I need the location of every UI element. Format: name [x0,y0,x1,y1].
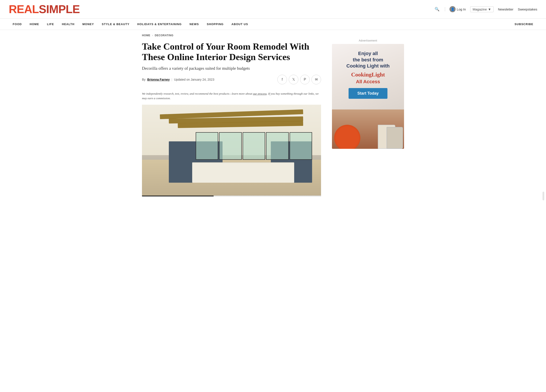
article-date: Updated on January 24, 2023 [174,78,214,81]
nav-item-life[interactable]: LIFE [43,19,58,30]
divider [445,7,445,11]
ad-label: Advertisement [332,39,404,42]
byline-left: By Brionna Farney | Updated on January 2… [142,78,214,81]
advertisement-box: Enjoy allthe best fromCooking Light with… [332,44,404,149]
magazine-label: Magazine [473,7,487,11]
search-icon: 🔍 [435,7,439,12]
ad-cta-button[interactable]: Start Today [349,88,387,99]
nav-item-holidays[interactable]: HOLIDAYS & ENTERTAINING [133,19,186,30]
article-sidebar: Advertisement Enjoy allthe best fromCook… [332,39,404,149]
newsletter-button[interactable]: Newsletter [498,7,514,11]
breadcrumb-separator: › [152,34,153,37]
article-title: Take Control of Your Room Remodel With T… [142,41,321,63]
article-main: Take Control of Your Room Remodel With T… [142,39,321,201]
nav-item-food[interactable]: FOOD [9,19,26,30]
article-subtitle: Decorilla offers a variety of packages s… [142,66,321,71]
nav-item-about-us[interactable]: ABOUT US [228,19,252,30]
login-button[interactable]: 👤 Log In [449,6,466,12]
ad-brand-sub: All Access [356,79,380,85]
breadcrumb-current: DECORATING [155,34,173,37]
top-right-controls: 🔍 👤 Log In Magazine ▼ Newsletter Sweepst… [434,6,537,13]
breadcrumb: HOME › DECORATING [142,30,404,39]
search-button[interactable]: 🔍 [434,6,441,13]
breadcrumb-home[interactable]: HOME [142,34,150,37]
article-image [142,105,321,196]
nav-item-news[interactable]: NEWS [186,19,203,30]
pinterest-icon: P [304,78,306,81]
login-label: Log In [457,7,466,11]
ad-book2-decoration [387,127,403,149]
nav-item-money[interactable]: MONEY [78,19,98,30]
pinterest-share-button[interactable]: P [300,75,310,84]
social-share-buttons: f 𝕏 P ✉ [277,75,321,84]
email-icon: ✉ [315,77,318,81]
facebook-share-button[interactable]: f [277,75,287,84]
article-disclaimer: We independently research, test, review,… [142,91,321,101]
logo-simple: SIMPLE [39,3,80,16]
byline-by: By [142,78,145,81]
ad-bottom-image [332,110,404,149]
article-hero-image [142,105,321,196]
top-bar: REALSIMPLE 🔍 👤 Log In Magazine ▼ Newslet… [0,0,546,19]
site-logo[interactable]: REALSIMPLE [9,3,80,16]
main-content: HOME › DECORATING Take Control of Your R… [0,30,546,201]
ad-headline: Enjoy allthe best fromCooking Light with [346,51,390,69]
byline-pipe: | [171,78,172,81]
image-progress-bar [142,196,321,196]
newsletter-label: Newsletter [498,7,514,11]
subscribe-button[interactable]: SUBSCRIBE [511,19,537,30]
sweepstakes-label: Sweepstakes [518,7,537,11]
ad-plate-decoration [334,125,360,149]
author-link[interactable]: Brionna Farney [147,78,170,81]
sweepstakes-button[interactable]: Sweepstakes [518,7,537,11]
main-nav: FOOD HOME LIFE HEALTH MONEY STYLE & BEAU… [0,19,546,30]
magazine-button[interactable]: Magazine ▼ [470,6,494,12]
logo-real: REAL [9,3,39,16]
scrollbar[interactable] [542,192,544,200]
nav-item-health[interactable]: HEALTH [58,19,78,30]
disclaimer-link[interactable]: our process [253,92,267,95]
email-share-button[interactable]: ✉ [312,75,321,84]
twitter-icon: 𝕏 [292,77,295,81]
byline-row: By Brionna Farney | Updated on January 2… [142,75,321,87]
facebook-icon: f [282,78,283,81]
nav-item-home[interactable]: HOME [26,19,43,30]
nav-item-shopping[interactable]: SHOPPING [203,19,228,30]
image-progress-fill [142,196,214,196]
user-icon: 👤 [449,6,455,12]
ad-brand-name: CookingLight [351,72,385,78]
nav-item-style-beauty[interactable]: STYLE & BEAUTY [98,19,133,30]
chevron-down-icon: ▼ [488,7,491,11]
twitter-share-button[interactable]: 𝕏 [289,75,298,84]
